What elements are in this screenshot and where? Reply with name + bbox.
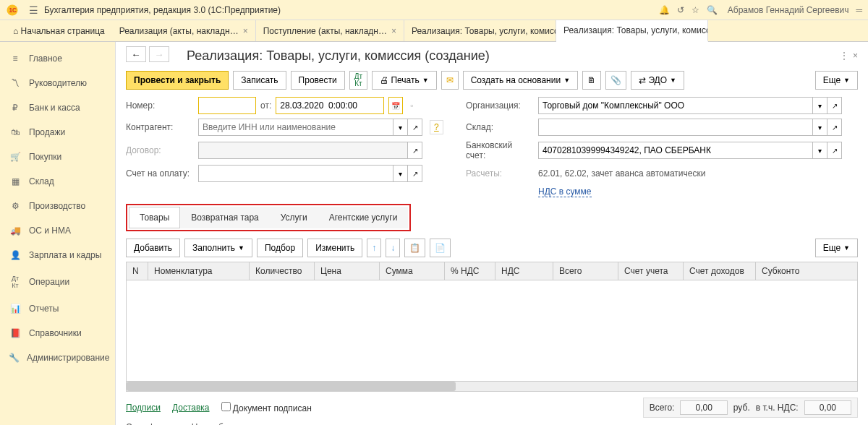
sidebar-item-warehouse[interactable]: ▦Склад: [0, 169, 115, 194]
bank-label: Банковский счет:: [466, 140, 531, 160]
col-sum[interactable]: Сумма: [380, 262, 445, 280]
post-button[interactable]: Провести: [291, 71, 345, 90]
tab-goods[interactable]: Товары: [129, 207, 180, 228]
more-menu-icon[interactable]: ⋮: [840, 51, 848, 61]
sidebar-item-payroll[interactable]: 👤Зарплата и кадры: [0, 243, 115, 267]
select-button[interactable]: Подбор: [257, 239, 303, 257]
table-body-empty[interactable]: [127, 280, 858, 382]
col-qty[interactable]: Количество: [250, 262, 315, 280]
signs-link[interactable]: Подписи: [126, 403, 161, 413]
calendar-button[interactable]: 📅: [388, 97, 403, 114]
col-item[interactable]: Номенклатура: [148, 262, 250, 280]
close-icon[interactable]: ×: [391, 26, 396, 36]
home-tab[interactable]: ⌂ Начальная страница: [6, 20, 112, 41]
open-button[interactable]: ↗: [408, 165, 422, 182]
equals-icon[interactable]: ═: [856, 5, 862, 15]
sidebar-item-bank[interactable]: ₽Банк и касса: [0, 95, 115, 120]
open-button[interactable]: ↗: [408, 142, 422, 159]
bell-icon[interactable]: 🔔: [659, 5, 670, 15]
fill-button[interactable]: Заполнить▼: [184, 239, 252, 257]
sidebar-item-admin[interactable]: 🔧Администрирование: [0, 345, 115, 370]
goods-table[interactable]: N Номенклатура Количество Цена Сумма % Н…: [126, 262, 858, 382]
tab-0[interactable]: Реализация (акты, накладн…×: [112, 20, 256, 41]
warehouse-input[interactable]: [538, 119, 813, 136]
attach-button[interactable]: 📎: [605, 71, 626, 90]
col-subconto[interactable]: Субконто: [756, 262, 858, 280]
bank-input[interactable]: [538, 142, 813, 159]
more-button[interactable]: Еще▼: [815, 71, 858, 90]
history-icon[interactable]: ↺: [677, 5, 684, 15]
move-down-button[interactable]: ↓: [386, 239, 400, 257]
user-name[interactable]: Абрамов Геннадий Сергеевич: [728, 5, 849, 15]
close-icon[interactable]: ×: [243, 26, 248, 36]
open-button[interactable]: ↗: [408, 119, 422, 136]
dropdown-button[interactable]: ▾: [813, 142, 827, 159]
help-icon[interactable]: ?: [430, 120, 443, 134]
vat-link[interactable]: НДС в сумме: [538, 186, 592, 197]
dropdown-button[interactable]: ▾: [813, 97, 827, 114]
close-page-icon[interactable]: ×: [853, 51, 858, 61]
org-input[interactable]: [538, 97, 813, 114]
invoice-input[interactable]: [198, 165, 393, 182]
doc-footer: Подписи Доставка Документ подписан Всего…: [126, 398, 858, 418]
col-vat[interactable]: НДС: [495, 262, 553, 280]
table-more-button[interactable]: Еще▼: [815, 239, 858, 257]
wrench-icon: 🔧: [9, 353, 20, 363]
create-based-button[interactable]: Создать на основании▼: [463, 71, 578, 90]
sidebar-item-main[interactable]: ≡Главное: [0, 46, 115, 71]
delivery-link[interactable]: Доставка: [172, 403, 210, 413]
col-n[interactable]: N: [127, 262, 148, 280]
dropdown-button[interactable]: ▾: [393, 119, 408, 136]
printer-icon: 🖨: [380, 75, 388, 85]
col-income[interactable]: Счет доходов: [684, 262, 756, 280]
sidebar-item-production[interactable]: ⚙Производство: [0, 194, 115, 218]
change-button[interactable]: Изменить: [307, 239, 362, 257]
related-button[interactable]: 🗎: [582, 71, 601, 90]
paste-button[interactable]: 📄: [430, 239, 451, 257]
sidebar-item-manager[interactable]: 〽Руководителю: [0, 71, 115, 95]
move-up-button[interactable]: ↑: [367, 239, 381, 257]
sidebar-item-catalogs[interactable]: 📕Справочники: [0, 321, 115, 345]
sidebar-item-reports[interactable]: 📊Отчеты: [0, 296, 115, 321]
vat-value: 0,00: [804, 400, 851, 415]
number-input[interactable]: [198, 97, 256, 114]
sidebar-item-purchases[interactable]: 🛒Покупки: [0, 145, 115, 169]
print-button[interactable]: 🖨 Печать▼: [372, 71, 437, 90]
date-input[interactable]: [276, 97, 384, 114]
contract-label: Договор:: [126, 145, 191, 155]
open-button[interactable]: ↗: [827, 97, 842, 114]
tab-returnable[interactable]: Возвратная тара: [180, 207, 270, 228]
copy-button[interactable]: 📋: [404, 239, 425, 257]
write-button[interactable]: Записать: [233, 71, 286, 90]
h-scrollbar[interactable]: [126, 382, 858, 392]
tab-3[interactable]: Реализация: Товары, услуги, комиссия (со…: [556, 20, 708, 42]
post-close-button[interactable]: Провести и закрыть: [126, 71, 229, 90]
mail-icon: ✉: [446, 75, 454, 85]
forward-button[interactable]: →: [149, 46, 169, 62]
dtkt-button[interactable]: ДтКт: [349, 71, 367, 90]
mail-button[interactable]: ✉: [441, 71, 459, 90]
col-total[interactable]: Всего: [553, 262, 618, 280]
open-button[interactable]: ↗: [827, 119, 842, 136]
dropdown-button[interactable]: ▾: [393, 165, 408, 182]
edo-button[interactable]: ⇄ ЭДО▼: [631, 71, 684, 90]
counterparty-input[interactable]: [198, 119, 393, 136]
tab-1[interactable]: Поступление (акты, накладн…×: [256, 20, 404, 41]
sidebar-item-sales[interactable]: 🛍Продажи: [0, 120, 115, 145]
back-button[interactable]: ←: [126, 46, 146, 62]
sidebar-item-operations[interactable]: ДтКтОперации: [0, 267, 115, 296]
open-button[interactable]: ↗: [827, 142, 842, 159]
signed-checkbox[interactable]: Документ подписан: [221, 402, 312, 413]
star-icon[interactable]: ☆: [692, 5, 699, 15]
search-icon[interactable]: 🔍: [707, 5, 718, 15]
col-acct[interactable]: Счет учета: [618, 262, 684, 280]
menu-icon[interactable]: ☰: [29, 4, 38, 16]
tab-services[interactable]: Услуги: [270, 207, 318, 228]
dropdown-button[interactable]: ▾: [813, 119, 827, 136]
tab-2[interactable]: Реализация: Товары, услуги, комиссия 000…: [404, 20, 556, 41]
tab-agent[interactable]: Агентские услуги: [318, 207, 409, 228]
col-vatpct[interactable]: % НДС: [445, 262, 495, 280]
sidebar-item-assets[interactable]: 🚚ОС и НМА: [0, 218, 115, 243]
col-price[interactable]: Цена: [315, 262, 380, 280]
add-button[interactable]: Добавить: [126, 239, 180, 257]
